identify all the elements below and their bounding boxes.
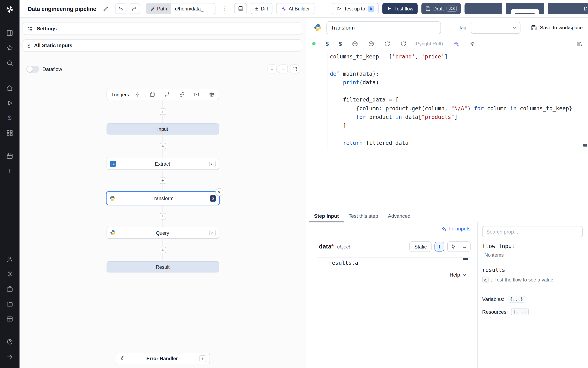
query-node[interactable]: Query c [106, 227, 219, 239]
concurrency-button[interactable]: $ [339, 41, 342, 46]
step-name-input[interactable] [327, 21, 441, 34]
results-section[interactable]: results [482, 267, 583, 273]
ai-builder-label: AI Builder [289, 6, 310, 11]
sidebar-item-home[interactable] [3, 83, 17, 94]
ai-builder-button[interactable]: AI Builder [276, 3, 314, 14]
reload-alt-button[interactable] [400, 41, 406, 46]
test-up-to-label: Test up to [344, 6, 365, 11]
edit-title-button[interactable] [100, 3, 111, 14]
fit-view-button[interactable] [290, 64, 299, 74]
sidebar-item-runs-play[interactable] [3, 97, 17, 109]
flow-graph: Triggers + Input + TS Extract a + [106, 89, 220, 272]
tab-step-input[interactable]: Step Input [309, 210, 344, 222]
expression-input[interactable]: results.a [317, 257, 471, 268]
sidebar-item-users[interactable] [3, 253, 17, 265]
scale-icon[interactable] [209, 92, 214, 97]
code-line: ] [330, 121, 588, 130]
undo-button[interactable] [115, 3, 126, 14]
save-icon [531, 25, 537, 31]
webhook-icon[interactable] [135, 92, 140, 97]
package-button[interactable] [352, 41, 358, 46]
package-alt-button[interactable] [368, 41, 374, 46]
flow-input-section[interactable]: flow_input [482, 243, 583, 249]
add-step-button[interactable]: + [160, 213, 166, 219]
triggers-node[interactable]: Triggers [106, 89, 219, 100]
sidebar-item-create[interactable] [3, 165, 17, 176]
tab-test-this-step[interactable]: Test this step [344, 210, 383, 222]
deploy-button[interactable]: Deploy [465, 3, 588, 14]
code-content[interactable]: columns_to_keep = ['brand', 'price'] def… [328, 52, 588, 150]
input-node[interactable]: Input [106, 123, 219, 135]
zoom-in-button[interactable]: + [268, 64, 277, 74]
test-flow-button[interactable]: Test flow [382, 3, 417, 14]
remove-step-button[interactable]: × [215, 188, 223, 196]
tab-advanced[interactable]: Advanced [383, 210, 415, 222]
websocket-icon[interactable] [179, 92, 185, 97]
windmill-logo-icon[interactable] [3, 4, 16, 15]
result-node[interactable]: Result [106, 261, 219, 272]
test-up-to-button[interactable]: Test up tob [332, 3, 379, 14]
search-prop-input[interactable] [482, 226, 583, 237]
library-panel-button[interactable] [577, 41, 583, 46]
result-key-badge[interactable]: a [482, 276, 488, 283]
sidebar-item-resources[interactable] [3, 313, 17, 324]
add-step-button[interactable]: + [160, 143, 166, 149]
sidebar-item-apps[interactable] [3, 128, 17, 139]
schedule-icon[interactable] [150, 92, 155, 97]
arrow-right-icon[interactable]: → [459, 242, 470, 252]
add-step-button[interactable]: + [160, 109, 166, 115]
editor-settings-button[interactable] [469, 41, 475, 46]
tag-select[interactable] [471, 21, 520, 34]
mini-scrollbar [463, 258, 468, 260]
sidebar-item-settings[interactable] [3, 268, 17, 280]
extract-node[interactable]: TS Extract a [106, 158, 219, 170]
result-item[interactable]: a : Test the flow to see a value [482, 276, 583, 283]
plus-icon: + [161, 214, 164, 218]
code-editor[interactable]: columns_to_keep = ['brand', 'price'] def… [306, 50, 588, 210]
all-static-inputs-card[interactable]: $All Static Inputs [23, 39, 302, 52]
transform-node-selected[interactable]: Transform b × [106, 191, 220, 205]
editor-toolbar: $ $ (Pyright Ruff) [306, 37, 588, 50]
sidebar-item-runs[interactable] [3, 27, 17, 38]
edge-connector: + [106, 135, 220, 158]
zoom-out-button[interactable]: − [279, 64, 288, 74]
error-handler-node[interactable]: Error Handler + [115, 353, 210, 364]
fill-inputs-button[interactable]: Fill inputs [441, 226, 470, 231]
save-to-workspace-button[interactable]: Save to workspace [531, 25, 583, 31]
email-icon[interactable] [194, 92, 199, 97]
sidebar-item-schedules[interactable] [3, 150, 17, 162]
maximize-icon [292, 67, 297, 72]
draft-button[interactable]: Draft⌘S [421, 3, 461, 14]
add-error-handler-button[interactable]: + [199, 355, 206, 362]
route-icon[interactable] [165, 92, 170, 97]
sidebar-item-folders[interactable] [3, 298, 17, 310]
javascript-mode-button[interactable]: ƒ [435, 242, 444, 252]
add-step-button[interactable]: + [160, 177, 166, 184]
step-header: tag Save to workspace [306, 18, 588, 37]
variables-chip[interactable]: {...} [508, 296, 525, 303]
search-icon[interactable] [3, 57, 17, 69]
sidebar-item-favorites[interactable] [3, 42, 17, 54]
ai-assist-button[interactable] [453, 41, 459, 46]
more-menu-button[interactable]: ⋮ [219, 3, 230, 14]
static-mode-button[interactable]: Static [410, 241, 432, 252]
collapse-sidebar-icon[interactable] [3, 351, 17, 362]
editor-scrollbar[interactable] [583, 144, 587, 147]
dataflow-toggle[interactable]: Dataflow [26, 66, 62, 73]
redo-button[interactable] [128, 3, 140, 14]
path-control[interactable]: Path u/henri/data_ [146, 3, 216, 14]
sidebar-item-variables[interactable]: $ [3, 112, 17, 124]
docs-button[interactable] [234, 3, 247, 14]
sidebar-item-workers[interactable] [3, 283, 17, 294]
diff-button[interactable]: ±Diff [251, 3, 273, 14]
add-step-button[interactable]: + [160, 247, 166, 253]
plug-icon[interactable] [448, 242, 459, 252]
cache-button[interactable]: $ [326, 41, 329, 46]
reload-button[interactable] [384, 41, 390, 46]
fx-icon: ƒ [438, 244, 441, 249]
resources-chip[interactable]: {...} [511, 309, 529, 315]
extract-node-label: Extract [116, 161, 209, 166]
help-icon[interactable] [3, 336, 17, 348]
flow-settings-card[interactable]: Settings [23, 23, 302, 35]
help-button[interactable]: Help [450, 272, 467, 278]
